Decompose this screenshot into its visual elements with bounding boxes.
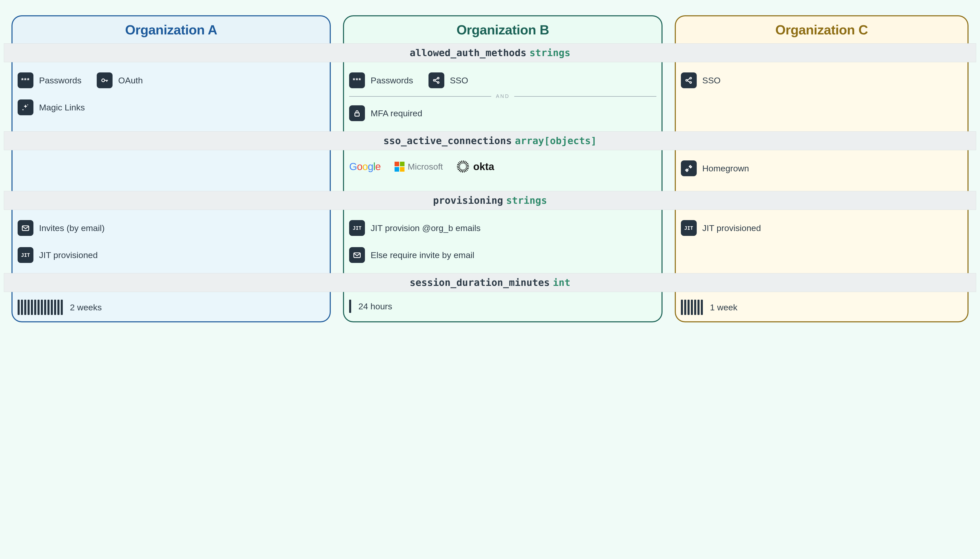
password-icon: *** [349,73,365,88]
svg-point-5 [686,79,688,81]
prov-cell-a: Invites (by email) JIT JIT provisioned [12,210,331,273]
prov-jit: JIT JIT provisioned [681,220,962,236]
mail-icon [349,247,365,263]
tab-org-c: Organization C [675,15,968,43]
connection-homegrown: Homegrown [681,160,749,176]
tools-icon [681,160,697,176]
method-sso: SSO [428,73,490,88]
svg-point-3 [437,82,439,83]
lock-icon [349,105,365,121]
section-header-auth: allowed_auth_methodsstrings [4,43,976,62]
connection-microsoft: Microsoft [395,162,443,172]
svg-point-2 [437,77,439,79]
tab-org-a: Organization A [12,15,331,43]
connection-google: Google [349,161,381,172]
share-icon [681,73,697,88]
google-logo-icon: Google [349,161,381,172]
section-header-session: session_duration_minutesint [4,273,976,292]
method-magic-links: Magic Links [18,99,85,115]
password-icon: *** [18,73,33,88]
prov-cell-b: JIT JIT provision @org_b emails Else req… [343,210,662,273]
sparkles-icon [18,99,33,115]
microsoft-logo-icon [395,162,405,172]
org-comparison-grid: Organization A Organization B Organizati… [12,15,968,322]
connection-okta: okta [457,160,494,173]
sso-cell-b: Google Microsoft okta [343,150,662,191]
mail-icon [18,220,33,236]
svg-rect-4 [355,113,359,116]
session-cell-a: 2 weeks [12,292,331,322]
prov-else-invite: Else require invite by email [349,247,656,263]
section-header-provisioning: provisioningstrings [4,191,976,210]
duration-24-hours: 24 hours [349,299,656,313]
prov-invites: Invites (by email) [18,220,325,236]
method-oauth: OAuth [97,73,158,88]
duration-one-week: 1 week [681,299,962,315]
method-passwords: *** Passwords [18,73,81,88]
svg-point-6 [690,77,691,79]
session-cell-c: 1 week [675,292,968,322]
method-sso: SSO [681,73,742,88]
and-separator: AND [349,93,656,99]
auth-cell-c: SSO [675,62,968,131]
duration-two-weeks: 2 weeks [18,299,325,315]
prov-jit: JIT JIT provisioned [18,247,325,263]
svg-point-7 [690,82,691,83]
method-passwords: *** Passwords [349,73,413,88]
share-icon [428,73,444,88]
prov-jit-orgb: JIT JIT provision @org_b emails [349,220,656,236]
svg-point-0 [102,79,104,82]
auth-cell-b: *** Passwords SSO AND MFA required [343,62,662,131]
svg-point-1 [433,79,435,81]
okta-logo-icon [457,160,469,173]
sso-cell-a [12,150,331,191]
section-header-sso: sso_active_connectionsarray[objects] [4,131,976,150]
method-mfa: MFA required [349,105,422,121]
tab-org-b: Organization B [343,15,662,43]
jit-icon: JIT [681,220,697,236]
session-cell-b: 24 hours [343,292,662,322]
prov-cell-c: JIT JIT provisioned [675,210,968,273]
key-icon [97,73,113,88]
jit-icon: JIT [349,220,365,236]
sso-cell-c: Homegrown [675,150,968,191]
jit-icon: JIT [18,247,33,263]
auth-cell-a: *** Passwords OAuth Magic Links [12,62,331,131]
